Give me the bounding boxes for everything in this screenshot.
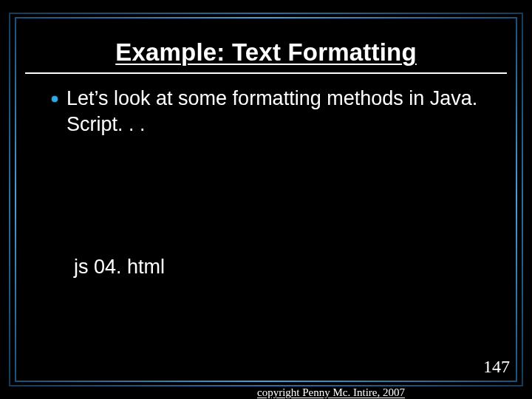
body-area: Let’s look at some formatting methods in… [52,86,495,137]
file-reference: js 04. html [74,256,165,279]
slide: Example: Text Formatting Let’s look at s… [0,0,532,399]
slide-title: Example: Text Formatting [112,38,420,66]
frame-line [522,13,523,386]
title-area: Example: Text Formatting [0,38,532,66]
frame-line [9,13,10,386]
bullet-text: Let’s look at some formatting methods in… [66,86,495,137]
bullet-item: Let’s look at some formatting methods in… [52,86,495,137]
frame-line [15,17,517,18]
frame-line [15,17,16,382]
title-underline [25,72,507,74]
frame-line [15,381,517,382]
page-number: 147 [483,357,510,377]
frame-line [516,17,517,382]
copyright-text: copyright Penny Mc. Intire, 2007 [257,386,405,399]
frame-line [9,13,523,14]
bullet-icon [52,96,58,102]
